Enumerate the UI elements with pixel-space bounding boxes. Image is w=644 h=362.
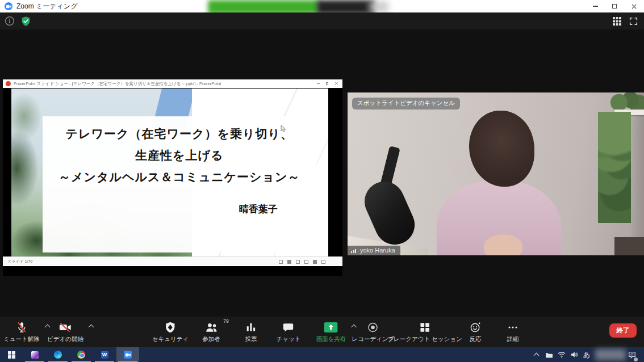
reactions-button[interactable]: 反応 — [469, 321, 482, 343]
reactions-label: 反応 — [469, 335, 482, 343]
participant-name: yoko Haruka — [360, 247, 395, 254]
furniture-corner — [614, 237, 644, 255]
tray-network[interactable] — [555, 347, 568, 362]
chrome-icon — [77, 351, 85, 359]
ppt-view-icon — [313, 260, 317, 264]
start-button[interactable] — [0, 347, 23, 362]
mouse-cursor — [281, 125, 286, 135]
breakout-label: ブレークアウト セッション — [387, 335, 462, 343]
tray-volume[interactable] — [568, 347, 580, 362]
fullscreen-button[interactable] — [629, 17, 638, 28]
participant-video-tile[interactable]: スポットライトビデオのキャンセル yoko Haruka — [348, 92, 644, 255]
ppt-view-icon — [321, 260, 325, 264]
ppt-restore-icon — [323, 79, 332, 88]
photos-app-icon — [31, 351, 39, 359]
poll-bars-icon — [245, 321, 257, 334]
taskbar-chrome[interactable] — [70, 347, 93, 362]
word-icon: W — [101, 351, 108, 359]
shelf-plant — [608, 92, 644, 111]
share-screen-label: 画面を共有 — [316, 335, 346, 343]
ppt-status-bar: スライド 1/70 — [3, 256, 342, 266]
taskbar-photos-app[interactable] — [23, 347, 46, 362]
minimize-icon — [593, 6, 598, 7]
ppt-window-title: PowerPoint スライド ショー - [テレワーク（在宅ワーク）を乗り切り… — [14, 81, 221, 87]
chat-bubble-icon — [282, 321, 295, 334]
polls-button[interactable]: 投票 — [245, 321, 257, 343]
person-hair — [469, 111, 534, 187]
polls-label: 投票 — [245, 335, 257, 343]
participants-button[interactable]: 79 参加者 — [202, 321, 220, 343]
more-button[interactable]: 詳細 — [507, 321, 519, 343]
share-screen-button[interactable]: 画面を共有 — [316, 321, 346, 343]
slide-text-panel: テレワーク（在宅ワーク）を乗り切り、 生産性を上げる ～メンタルヘルス＆コミュニ… — [43, 116, 316, 252]
hanging-plant — [598, 112, 630, 222]
ppt-minimize-icon — [313, 79, 323, 88]
ppt-view-icon — [287, 260, 291, 264]
participant-name-tag: yoko Haruka — [348, 246, 400, 255]
share-screen-icon — [324, 322, 338, 332]
folder-icon — [545, 352, 553, 358]
slide-title-line2: 生産性を上げる — [43, 145, 316, 166]
speaker-icon — [570, 351, 578, 358]
ime-label: あ — [583, 350, 590, 360]
reactions-smiley-icon — [469, 321, 482, 334]
restore-button[interactable] — [605, 0, 624, 12]
powerpoint-icon — [6, 81, 11, 86]
edge-icon — [54, 351, 62, 359]
chevron-up-icon — [533, 353, 539, 359]
ppt-titlebar: PowerPoint スライド ショー - [テレワーク（在宅ワーク）を乗り切り… — [3, 79, 342, 88]
zoom-app-icon — [5, 2, 12, 10]
shared-screen-powerpoint: PowerPoint スライド ショー - [テレワーク（在宅ワーク）を乗り切り… — [3, 79, 342, 276]
end-meeting-button[interactable]: 終了 — [609, 323, 637, 338]
fullscreen-icon — [629, 17, 638, 26]
close-button[interactable] — [624, 0, 643, 12]
chat-label: チャット — [277, 335, 301, 343]
more-label: 詳細 — [507, 335, 519, 343]
slide-title-line3: ～メンタルヘルス＆コミュニケーション～ — [43, 166, 316, 188]
slide: テレワーク（在宅ワーク）を乗り切り、 生産性を上げる ～メンタルヘルス＆コミュニ… — [11, 89, 328, 266]
ppt-view-icon — [279, 260, 283, 264]
meeting-controls-toolbar: ミュート解除 ビデオの開始 セキュリティ — [0, 317, 644, 347]
slide-indicator: スライド 1/70 — [7, 259, 274, 264]
tray-explorer[interactable] — [543, 347, 555, 362]
action-center-button[interactable] — [626, 347, 638, 362]
breakout-grid-icon — [419, 321, 431, 334]
start-video-button[interactable]: ビデオの開始 — [47, 321, 83, 343]
meeting-info-button[interactable] — [5, 16, 15, 28]
microphone-muted-icon — [15, 321, 28, 334]
security-button[interactable]: セキュリティ — [152, 321, 189, 343]
info-icon — [5, 16, 15, 26]
record-icon — [367, 321, 379, 334]
meeting-topbar — [0, 12, 644, 30]
zoom-meeting-window: Zoom ミーティング — [0, 0, 644, 362]
ppt-view-icon — [304, 260, 308, 264]
gallery-view-button[interactable] — [613, 17, 621, 28]
restore-icon — [612, 4, 617, 9]
taskbar-zoom[interactable] — [116, 347, 139, 362]
taskbar-word[interactable]: W — [93, 347, 116, 362]
windows-taskbar: W あ — [0, 347, 644, 362]
mute-label: ミュート解除 — [3, 335, 40, 343]
participants-icon — [204, 321, 218, 334]
ppt-view-icon — [296, 260, 300, 264]
security-shield-icon — [164, 321, 177, 334]
participants-count-badge: 79 — [223, 318, 228, 324]
tray-show-hidden-icons[interactable] — [530, 347, 542, 362]
windows-logo-icon — [8, 351, 15, 359]
close-icon — [632, 4, 637, 9]
chat-button[interactable]: チャット — [277, 321, 301, 343]
chevron-up-icon[interactable] — [89, 325, 94, 330]
mute-button[interactable]: ミュート解除 — [3, 321, 40, 343]
taskbar-edge[interactable] — [47, 347, 69, 362]
ppt-view-icons — [274, 260, 325, 264]
minimize-button[interactable] — [586, 0, 605, 12]
gallery-grid-icon — [613, 17, 621, 26]
start-video-label: ビデオの開始 — [47, 335, 83, 343]
breakout-rooms-button[interactable]: ブレークアウト セッション — [387, 321, 462, 343]
tray-ime-indicator[interactable]: あ — [580, 347, 593, 362]
cancel-spotlight-button[interactable]: スポットライトビデオのキャンセル — [352, 98, 460, 110]
encryption-status-button[interactable] — [20, 16, 31, 29]
ppt-close-icon — [332, 79, 341, 88]
zoom-taskbar-icon — [124, 351, 132, 359]
security-label: セキュリティ — [152, 335, 189, 343]
